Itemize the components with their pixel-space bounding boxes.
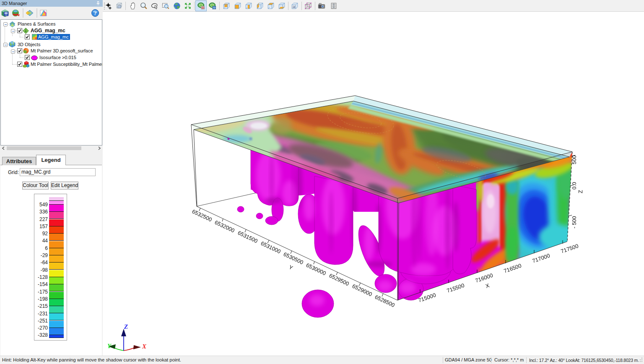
svg-text:716500: 716500 [503, 263, 522, 274]
svg-text:X: X [142, 343, 147, 350]
svg-text:0.0: 0.0 [571, 182, 577, 190]
svg-text:6531500: 6531500 [237, 229, 259, 244]
svg-text:717000: 717000 [532, 252, 551, 264]
svg-text:6530500: 6530500 [283, 251, 304, 265]
svg-text:6531000: 6531000 [260, 240, 282, 255]
svg-text:715500: 715500 [446, 282, 465, 294]
svg-text:716000: 716000 [475, 272, 494, 284]
svg-text:Y: Y [288, 264, 294, 271]
svg-text:6532500: 6532500 [191, 208, 213, 223]
svg-text:- 500: - 500 [571, 216, 577, 229]
svg-text:500: 500 [571, 155, 577, 164]
svg-text:6530000: 6530000 [305, 262, 327, 276]
svg-text:Z: Z [577, 190, 584, 193]
svg-text:6528500: 6528500 [374, 294, 396, 308]
svg-text:6529500: 6529500 [328, 272, 350, 287]
svg-text:X: X [485, 282, 490, 289]
svg-text:Z: Z [124, 323, 128, 330]
svg-text:6532000: 6532000 [214, 219, 236, 234]
svg-text:717500: 717500 [560, 243, 579, 255]
svg-text:6529000: 6529000 [351, 283, 373, 297]
